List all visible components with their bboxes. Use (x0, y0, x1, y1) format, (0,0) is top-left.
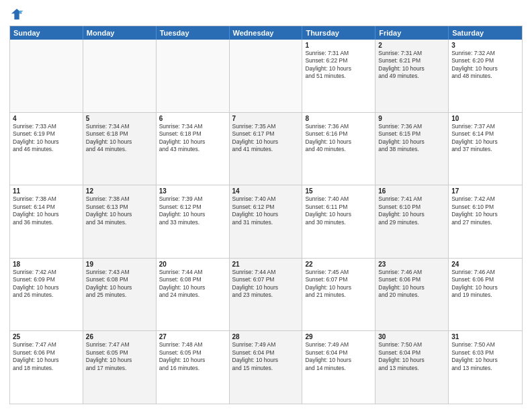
day-cell-6: 6Sunrise: 7:34 AM Sunset: 6:18 PM Daylig… (157, 113, 230, 185)
day-cell-15: 15Sunrise: 7:40 AM Sunset: 6:11 PM Dayli… (302, 185, 375, 258)
day-number: 6 (159, 115, 226, 122)
day-number: 5 (86, 115, 153, 122)
day-cell-1: 1Sunrise: 7:31 AM Sunset: 6:22 PM Daylig… (302, 40, 375, 112)
empty-cell-0-2 (157, 40, 230, 112)
day-info: Sunrise: 7:50 AM Sunset: 6:04 PM Dayligh… (378, 341, 445, 372)
calendar-row-4: 18Sunrise: 7:42 AM Sunset: 6:09 PM Dayli… (10, 259, 522, 332)
calendar-row-1: 1Sunrise: 7:31 AM Sunset: 6:22 PM Daylig… (10, 40, 522, 113)
day-number: 3 (451, 42, 519, 49)
day-number: 4 (13, 115, 80, 122)
day-info: Sunrise: 7:48 AM Sunset: 6:05 PM Dayligh… (159, 341, 226, 372)
day-number: 18 (13, 261, 80, 268)
day-number: 19 (86, 261, 153, 268)
day-info: Sunrise: 7:50 AM Sunset: 6:03 PM Dayligh… (451, 341, 519, 372)
day-info: Sunrise: 7:34 AM Sunset: 6:18 PM Dayligh… (159, 123, 226, 154)
day-number: 21 (232, 261, 300, 268)
calendar-header: SundayMondayTuesdayWednesdayThursdayFrid… (10, 26, 522, 40)
day-cell-30: 30Sunrise: 7:50 AM Sunset: 6:04 PM Dayli… (375, 331, 449, 404)
day-info: Sunrise: 7:37 AM Sunset: 6:14 PM Dayligh… (451, 123, 519, 154)
day-number: 28 (232, 333, 300, 340)
day-info: Sunrise: 7:31 AM Sunset: 6:22 PM Dayligh… (305, 50, 372, 81)
day-info: Sunrise: 7:44 AM Sunset: 6:08 PM Dayligh… (159, 269, 226, 300)
day-info: Sunrise: 7:42 AM Sunset: 6:09 PM Dayligh… (13, 269, 80, 300)
day-number: 14 (232, 187, 300, 195)
day-number: 13 (159, 187, 226, 195)
day-cell-8: 8Sunrise: 7:36 AM Sunset: 6:16 PM Daylig… (302, 113, 375, 185)
day-number: 9 (378, 115, 445, 122)
day-cell-19: 19Sunrise: 7:43 AM Sunset: 6:08 PM Dayli… (83, 259, 157, 331)
day-info: Sunrise: 7:33 AM Sunset: 6:19 PM Dayligh… (13, 123, 80, 154)
calendar-row-2: 4Sunrise: 7:33 AM Sunset: 6:19 PM Daylig… (10, 113, 522, 186)
day-cell-21: 21Sunrise: 7:44 AM Sunset: 6:07 PM Dayli… (230, 259, 303, 331)
weekday-header-sunday: Sunday (10, 26, 83, 40)
day-info: Sunrise: 7:34 AM Sunset: 6:18 PM Dayligh… (86, 123, 153, 154)
day-number: 26 (86, 333, 153, 340)
weekday-header-thursday: Thursday (302, 26, 375, 40)
day-info: Sunrise: 7:44 AM Sunset: 6:07 PM Dayligh… (232, 269, 300, 300)
day-info: Sunrise: 7:36 AM Sunset: 6:15 PM Dayligh… (378, 123, 445, 154)
day-cell-28: 28Sunrise: 7:49 AM Sunset: 6:04 PM Dayli… (230, 331, 303, 404)
day-info: Sunrise: 7:31 AM Sunset: 6:21 PM Dayligh… (378, 50, 445, 81)
day-cell-27: 27Sunrise: 7:48 AM Sunset: 6:05 PM Dayli… (157, 331, 230, 404)
day-number: 11 (13, 187, 80, 195)
day-cell-25: 25Sunrise: 7:47 AM Sunset: 6:06 PM Dayli… (10, 331, 83, 404)
day-info: Sunrise: 7:43 AM Sunset: 6:08 PM Dayligh… (86, 269, 153, 300)
day-info: Sunrise: 7:41 AM Sunset: 6:10 PM Dayligh… (378, 195, 445, 226)
calendar-body: 1Sunrise: 7:31 AM Sunset: 6:22 PM Daylig… (10, 40, 522, 404)
header (9, 7, 523, 21)
day-info: Sunrise: 7:40 AM Sunset: 6:12 PM Dayligh… (232, 195, 300, 226)
day-cell-20: 20Sunrise: 7:44 AM Sunset: 6:08 PM Dayli… (157, 259, 230, 331)
day-number: 2 (378, 42, 445, 49)
day-cell-5: 5Sunrise: 7:34 AM Sunset: 6:18 PM Daylig… (83, 113, 157, 185)
day-cell-18: 18Sunrise: 7:42 AM Sunset: 6:09 PM Dayli… (10, 259, 83, 331)
logo (9, 7, 27, 21)
day-cell-16: 16Sunrise: 7:41 AM Sunset: 6:10 PM Dayli… (375, 185, 449, 258)
day-cell-3: 3Sunrise: 7:32 AM Sunset: 6:20 PM Daylig… (449, 40, 522, 112)
calendar: SundayMondayTuesdayWednesdayThursdayFrid… (9, 26, 523, 404)
calendar-row-3: 11Sunrise: 7:38 AM Sunset: 6:14 PM Dayli… (10, 185, 522, 259)
day-info: Sunrise: 7:36 AM Sunset: 6:16 PM Dayligh… (305, 123, 372, 154)
page: SundayMondayTuesdayWednesdayThursdayFrid… (0, 0, 532, 411)
day-number: 1 (305, 42, 372, 49)
day-info: Sunrise: 7:45 AM Sunset: 6:07 PM Dayligh… (305, 269, 372, 300)
day-cell-10: 10Sunrise: 7:37 AM Sunset: 6:14 PM Dayli… (449, 113, 522, 185)
day-cell-4: 4Sunrise: 7:33 AM Sunset: 6:19 PM Daylig… (10, 113, 83, 185)
day-info: Sunrise: 7:32 AM Sunset: 6:20 PM Dayligh… (451, 50, 519, 81)
day-number: 25 (13, 333, 80, 340)
weekday-header-saturday: Saturday (449, 26, 522, 40)
day-info: Sunrise: 7:39 AM Sunset: 6:12 PM Dayligh… (159, 195, 226, 226)
day-cell-22: 22Sunrise: 7:45 AM Sunset: 6:07 PM Dayli… (302, 259, 375, 331)
weekday-header-tuesday: Tuesday (157, 26, 230, 40)
day-number: 17 (451, 187, 519, 195)
day-number: 24 (451, 261, 519, 268)
day-cell-2: 2Sunrise: 7:31 AM Sunset: 6:21 PM Daylig… (375, 40, 449, 112)
day-number: 7 (232, 115, 300, 122)
day-cell-23: 23Sunrise: 7:46 AM Sunset: 6:06 PM Dayli… (375, 259, 449, 331)
day-number: 20 (159, 261, 226, 268)
calendar-row-5: 25Sunrise: 7:47 AM Sunset: 6:06 PM Dayli… (10, 331, 522, 404)
day-info: Sunrise: 7:49 AM Sunset: 6:04 PM Dayligh… (305, 341, 372, 372)
day-cell-13: 13Sunrise: 7:39 AM Sunset: 6:12 PM Dayli… (157, 185, 230, 258)
empty-cell-0-1 (83, 40, 157, 112)
day-number: 30 (378, 333, 445, 340)
day-number: 12 (86, 187, 153, 195)
day-number: 27 (159, 333, 226, 340)
empty-cell-0-0 (10, 40, 83, 112)
day-cell-11: 11Sunrise: 7:38 AM Sunset: 6:14 PM Dayli… (10, 185, 83, 258)
day-number: 16 (378, 187, 445, 195)
day-number: 31 (451, 333, 519, 340)
svg-marker-0 (11, 9, 22, 19)
day-number: 10 (451, 115, 519, 122)
day-info: Sunrise: 7:47 AM Sunset: 6:05 PM Dayligh… (86, 341, 153, 372)
day-cell-14: 14Sunrise: 7:40 AM Sunset: 6:12 PM Dayli… (230, 185, 303, 258)
day-cell-7: 7Sunrise: 7:35 AM Sunset: 6:17 PM Daylig… (230, 113, 303, 185)
day-info: Sunrise: 7:49 AM Sunset: 6:04 PM Dayligh… (232, 341, 300, 372)
weekday-header-friday: Friday (375, 26, 449, 40)
day-info: Sunrise: 7:47 AM Sunset: 6:06 PM Dayligh… (13, 341, 80, 372)
day-number: 8 (305, 115, 372, 122)
day-info: Sunrise: 7:38 AM Sunset: 6:14 PM Dayligh… (13, 195, 80, 226)
day-cell-24: 24Sunrise: 7:46 AM Sunset: 6:06 PM Dayli… (449, 259, 522, 331)
weekday-header-wednesday: Wednesday (230, 26, 303, 40)
day-info: Sunrise: 7:38 AM Sunset: 6:13 PM Dayligh… (86, 195, 153, 226)
day-info: Sunrise: 7:46 AM Sunset: 6:06 PM Dayligh… (451, 269, 519, 300)
